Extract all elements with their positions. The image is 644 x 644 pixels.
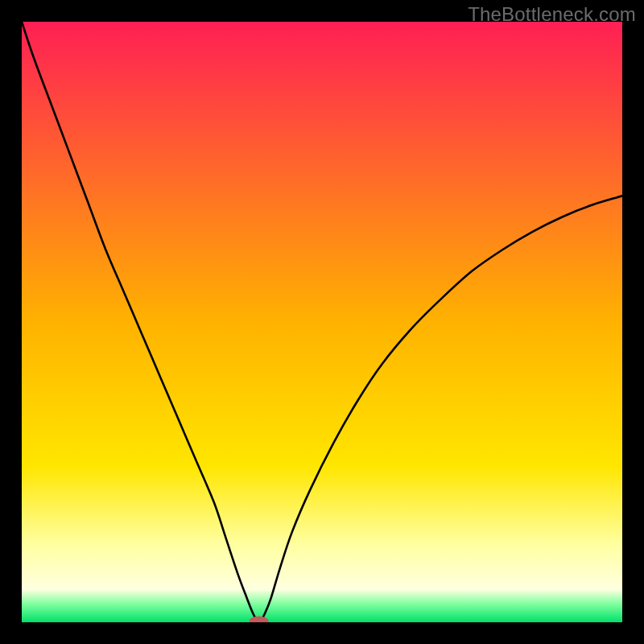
bottleneck-chart (22, 22, 622, 622)
watermark-text: TheBottleneck.com (468, 3, 636, 26)
chart-frame: TheBottleneck.com (0, 0, 644, 644)
gradient-background (22, 22, 622, 622)
plot-area (22, 22, 622, 622)
